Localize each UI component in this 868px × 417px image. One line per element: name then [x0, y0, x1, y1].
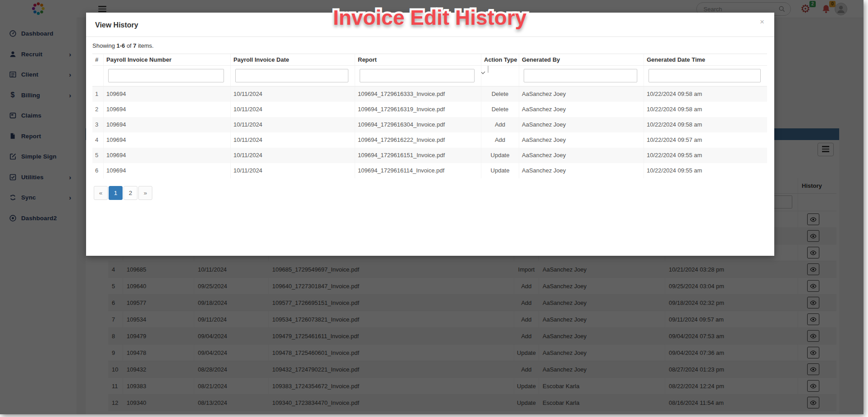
filter-generated-datetime-input[interactable] [649, 69, 761, 82]
history-table-row: 6 109694 10/11/2024 109694_1729616114_In… [92, 163, 767, 178]
col-generated-by: Generated By [519, 54, 644, 65]
view-history-modal: View History × Showing 1-6 of 7 items. #… [86, 13, 774, 256]
filter-action-type-select[interactable] [488, 66, 489, 73]
payroll-invoice-number: 109694 [103, 163, 230, 178]
history-table-body: 1 109694 10/11/2024 109694_1729616333_In… [92, 86, 767, 178]
history-table-row: 2 109694 10/11/2024 109694_1729616319_In… [92, 102, 767, 117]
action-type: Add [481, 117, 519, 132]
history-table-row: 4 109694 10/11/2024 109694_1729616222_In… [92, 132, 767, 148]
col-action-type: Action Type [481, 54, 519, 65]
screenshot-root: Dashboard Recruit › Client › $ Billing › [0, 0, 868, 417]
payroll-invoice-number: 109694 [103, 148, 230, 163]
payroll-invoice-number: 109694 [103, 86, 230, 102]
row-index: 1 [92, 86, 103, 102]
history-table-row: 3 109694 10/11/2024 109694_1729616304_In… [92, 117, 767, 132]
generated-by: AaSanchez Joey [519, 163, 644, 178]
payroll-invoice-number: 109694 [103, 102, 230, 117]
filter-report-input[interactable] [360, 69, 475, 82]
payroll-invoice-date: 10/11/2024 [230, 117, 355, 132]
generated-datetime: 10/22/2024 09:55 am [644, 148, 767, 163]
action-type: Add [481, 132, 519, 148]
generated-datetime: 10/22/2024 09:58 am [644, 102, 767, 117]
filter-generated-by-input[interactable] [524, 69, 637, 82]
payroll-invoice-number: 109694 [103, 132, 230, 148]
generated-by: AaSanchez Joey [519, 148, 644, 163]
close-icon[interactable]: × [760, 18, 764, 26]
summary-text: Showing 1-6 of 7 items. [92, 42, 768, 49]
payroll-invoice-date: 10/11/2024 [230, 132, 355, 148]
payroll-invoice-date: 10/11/2024 [230, 163, 355, 178]
pagination-page-2-button[interactable]: 2 [123, 186, 137, 200]
payroll-invoice-date: 10/11/2024 [230, 86, 355, 102]
history-table: # Payroll Invoice Number Payroll Invoice… [92, 54, 767, 178]
generated-by: AaSanchez Joey [519, 86, 644, 102]
report-filename: 109694_1729616304_Invoice.pdf [355, 117, 481, 132]
row-index: 4 [92, 132, 103, 148]
col-payroll-invoice-date: Payroll Invoice Date [230, 54, 355, 65]
generated-by: AaSanchez Joey [519, 132, 644, 148]
pagination-next-button[interactable]: » [138, 186, 152, 200]
report-filename: 109694_1729616333_Invoice.pdf [355, 86, 481, 102]
modal-title: View History [95, 21, 138, 29]
history-filter-row [92, 66, 767, 86]
modal-body: Showing 1-6 of 7 items. # Payroll Invoic… [86, 37, 774, 205]
row-index: 5 [92, 148, 103, 163]
history-table-row: 1 109694 10/11/2024 109694_1729616333_In… [92, 86, 767, 102]
report-filename: 109694_1729616222_Invoice.pdf [355, 132, 481, 148]
row-index: 3 [92, 117, 103, 132]
action-type: Update [481, 163, 519, 178]
generated-datetime: 10/22/2024 09:57 am [644, 132, 767, 148]
report-filename: 109694_1729616114_Invoice.pdf [355, 163, 481, 178]
payroll-invoice-number: 109694 [103, 117, 230, 132]
row-index: 6 [92, 163, 103, 178]
history-table-row: 5 109694 10/11/2024 109694_1729616151_In… [92, 148, 767, 163]
report-filename: 109694_1729616319_Invoice.pdf [355, 102, 481, 117]
generated-by: AaSanchez Joey [519, 117, 644, 132]
chevron-down-icon [481, 70, 485, 74]
col-report: Report [355, 54, 481, 65]
filter-invoice-number-input[interactable] [108, 69, 224, 82]
generated-by: AaSanchez Joey [519, 102, 644, 117]
generated-datetime: 10/22/2024 09:58 am [644, 86, 767, 102]
payroll-invoice-date: 10/11/2024 [230, 102, 355, 117]
generated-datetime: 10/22/2024 09:55 am [644, 163, 767, 178]
action-type: Delete [481, 102, 519, 117]
history-table-header: # Payroll Invoice Number Payroll Invoice… [92, 54, 767, 66]
col-index: # [92, 54, 103, 65]
pagination-prev-button[interactable]: « [94, 186, 108, 200]
action-type: Delete [481, 86, 519, 102]
app-window: Dashboard Recruit › Client › $ Billing › [0, 0, 863, 414]
row-index: 2 [92, 102, 103, 117]
pagination: « 1 2 » [94, 186, 152, 200]
generated-datetime: 10/22/2024 09:58 am [644, 117, 767, 132]
action-type: Update [481, 148, 519, 163]
payroll-invoice-date: 10/11/2024 [230, 148, 355, 163]
filter-invoice-date-input[interactable] [235, 69, 348, 82]
col-generated-datetime: Generated Date Time [644, 54, 767, 65]
report-filename: 109694_1729616151_Invoice.pdf [355, 148, 481, 163]
pagination-page-1-button[interactable]: 1 [109, 186, 123, 200]
col-payroll-invoice-number: Payroll Invoice Number [103, 54, 230, 65]
annotation-invoice-edit-history: Invoice Edit History [333, 5, 526, 30]
